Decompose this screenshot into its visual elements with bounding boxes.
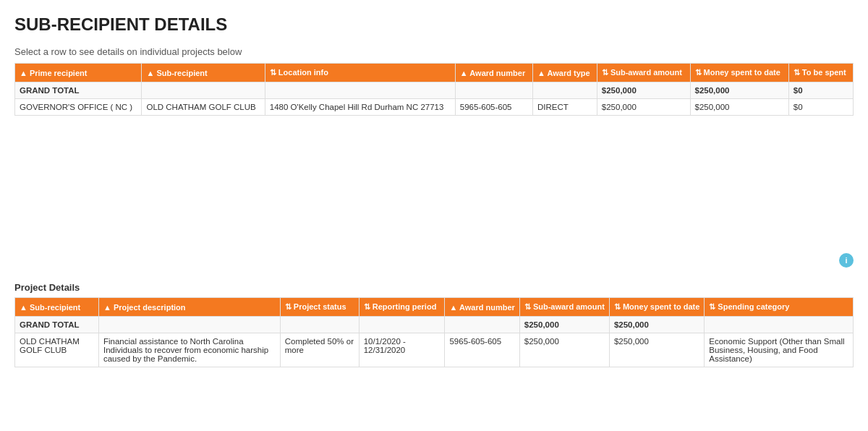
col-sub-recipient[interactable]: ▲ Sub-recipient <box>142 64 265 82</box>
project-details-label: Project Details <box>14 282 854 293</box>
cell-award_number: 5965-605-605 <box>455 99 532 116</box>
col-sub-award-amount[interactable]: ⇅ Sub-award amount <box>597 64 690 82</box>
sub-recipient-table: ▲ Prime recipient ▲ Sub-recipient ⇅ Loca… <box>14 63 854 116</box>
gt-money-spent: $250,000 <box>690 82 788 99</box>
cell-spending_category: Economic Support (Other than Small Busin… <box>705 333 854 367</box>
info-icon[interactable]: i <box>839 253 854 268</box>
col-prime-recipient[interactable]: ▲ Prime recipient <box>15 64 142 82</box>
bgt-period <box>359 317 445 333</box>
bgt-status <box>280 317 359 333</box>
bgt-desc <box>98 317 280 333</box>
cell-award_type: DIRECT <box>533 99 597 116</box>
top-grand-total-row: GRAND TOTAL $250,000 $250,000 $0 <box>15 82 854 99</box>
cell-money_spent: $250,000 <box>609 333 704 367</box>
bgt-spending-cat <box>705 317 854 333</box>
cell-sub_award_amount: $250,000 <box>519 333 609 367</box>
col-b-project-desc[interactable]: ▲ Project description <box>98 298 280 317</box>
project-details-table: ▲ Sub-recipient ▲ Project description ⇅ … <box>14 297 854 367</box>
cell-to_be_spent: $0 <box>788 99 853 116</box>
cell-award_number: 5965-605-605 <box>445 333 519 367</box>
col-to-be-spent[interactable]: ⇅ To be spent <box>788 64 853 82</box>
bgt-money-spent: $250,000 <box>609 317 704 333</box>
col-b-sub-award-amount[interactable]: ⇅ Sub-award amount <box>519 298 609 317</box>
gt-award-type <box>533 82 597 99</box>
col-b-money-spent[interactable]: ⇅ Money spent to date <box>609 298 704 317</box>
sort-icon-up: ▲ <box>449 303 457 312</box>
col-b-project-status[interactable]: ⇅ Project status <box>280 298 359 317</box>
gt-award-number <box>455 82 532 99</box>
gt-to-be-spent: $0 <box>788 82 853 99</box>
col-award-type[interactable]: ▲ Award type <box>533 64 597 82</box>
col-b-spending-category[interactable]: ⇅ Spending category <box>705 298 854 317</box>
bgt-sub-award: $250,000 <box>519 317 609 333</box>
sort-icon-updown: ⇅ <box>602 68 608 77</box>
sort-icon-up: ▲ <box>20 69 27 77</box>
table-row[interactable]: OLD CHATHAM GOLF CLUBFinancial assistanc… <box>15 333 854 367</box>
col-location-info[interactable]: ⇅ Location info <box>265 64 455 82</box>
sort-icon-up: ▲ <box>146 69 154 77</box>
sort-icon-updown: ⇅ <box>524 302 531 311</box>
cell-sub_award_amount: $250,000 <box>597 99 690 116</box>
col-b-reporting-period[interactable]: ⇅ Reporting period <box>359 298 445 317</box>
cell-prime_recipient: GOVERNOR'S OFFICE ( NC ) <box>15 99 142 116</box>
cell-location_info: 1480 O'Kelly Chapel Hill Rd Durham NC 27… <box>265 99 455 116</box>
sort-icon-up: ▲ <box>460 69 468 77</box>
sort-icon-updown: ⇅ <box>285 302 292 311</box>
cell-project_description: Financial assistance to North Carolina I… <box>98 333 280 367</box>
bgt-sub-recipient: GRAND TOTAL <box>15 317 99 333</box>
cell-sub_recipient: OLD CHATHAM GOLF CLUB <box>142 99 265 116</box>
col-award-number[interactable]: ▲ Award number <box>455 64 532 82</box>
gt-location <box>265 82 455 99</box>
table-row[interactable]: GOVERNOR'S OFFICE ( NC )OLD CHATHAM GOLF… <box>15 99 854 116</box>
sort-icon-updown: ⇅ <box>709 302 715 311</box>
sort-icon-up: ▲ <box>103 303 111 312</box>
gt-prime: GRAND TOTAL <box>15 82 142 99</box>
col-b-sub-recipient[interactable]: ▲ Sub-recipient <box>15 298 99 317</box>
page-title: SUB-RECIPIENT DETAILS <box>14 14 854 35</box>
cell-sub_recipient: OLD CHATHAM GOLF CLUB <box>15 333 99 367</box>
sort-icon-updown: ⇅ <box>364 302 370 311</box>
top-table-header-row: ▲ Prime recipient ▲ Sub-recipient ⇅ Loca… <box>15 64 854 82</box>
sort-icon-updown: ⇅ <box>270 68 276 77</box>
page-subtitle: Select a row to see details on individua… <box>14 46 854 57</box>
col-money-spent[interactable]: ⇅ Money spent to date <box>690 64 788 82</box>
cell-project_status: Completed 50% or more <box>280 333 359 367</box>
sort-icon-up: ▲ <box>20 303 27 312</box>
sort-icon-updown: ⇅ <box>695 68 702 77</box>
gt-sub-award: $250,000 <box>597 82 690 99</box>
col-b-award-number[interactable]: ▲ Award number <box>445 298 519 317</box>
sort-icon-up: ▲ <box>537 69 545 77</box>
bgt-award-num <box>445 317 519 333</box>
cell-money_spent: $250,000 <box>690 99 788 116</box>
cell-reporting_period: 10/1/2020 - 12/31/2020 <box>359 333 445 367</box>
bottom-grand-total-row: GRAND TOTAL $250,000 $250,000 <box>15 317 854 333</box>
bottom-table-header-row: ▲ Sub-recipient ▲ Project description ⇅ … <box>15 298 854 317</box>
sort-icon-updown: ⇅ <box>614 302 621 311</box>
gt-sub <box>142 82 265 99</box>
sort-icon-updown: ⇅ <box>793 68 800 77</box>
